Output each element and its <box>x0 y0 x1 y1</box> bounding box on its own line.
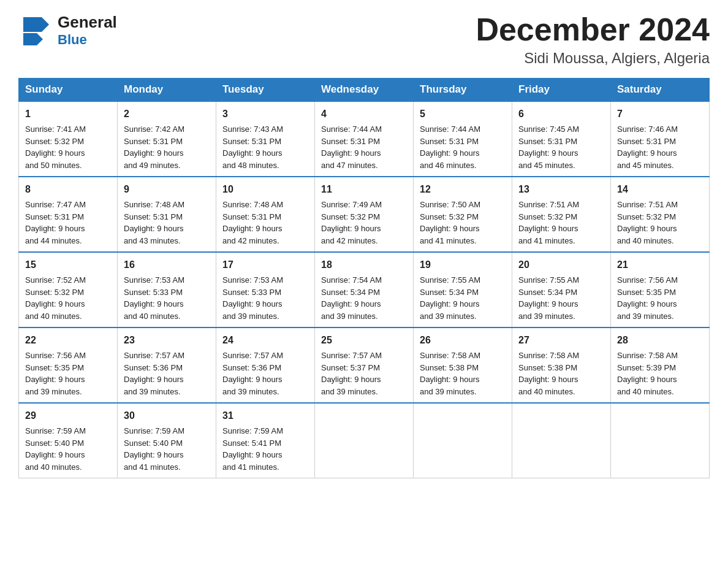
sunset-line: Sunset: 5:31 PM <box>222 212 281 221</box>
day-number: 16 <box>124 258 210 272</box>
calendar-day-cell: 10 Sunrise: 7:48 AM Sunset: 5:31 PM Dayl… <box>216 177 315 252</box>
daylight-line: Daylight: 9 hours <box>321 375 381 384</box>
calendar-day-cell: 31 Sunrise: 7:59 AM Sunset: 5:41 PM Dayl… <box>216 403 315 478</box>
daylight-line: Daylight: 9 hours <box>617 299 677 308</box>
day-number: 30 <box>124 408 210 423</box>
daylight-line-cont: and 41 minutes. <box>420 236 477 245</box>
logo-blue-text: Blue <box>58 32 117 48</box>
daylight-line: Daylight: 9 hours <box>222 299 282 308</box>
svg-marker-0 <box>23 17 49 32</box>
day-number: 5 <box>420 107 506 121</box>
sunrise-line: Sunrise: 7:51 AM <box>617 200 678 209</box>
sunset-line: Sunset: 5:38 PM <box>518 363 577 372</box>
day-number: 6 <box>518 107 604 121</box>
sunset-line: Sunset: 5:36 PM <box>222 363 281 372</box>
sunset-line: Sunset: 5:38 PM <box>420 363 479 372</box>
day-number: 18 <box>321 258 407 272</box>
sunrise-line: Sunrise: 7:48 AM <box>124 200 184 209</box>
sunset-line: Sunset: 5:31 PM <box>518 137 577 146</box>
daylight-line: Daylight: 9 hours <box>124 299 184 308</box>
daylight-line: Daylight: 9 hours <box>25 375 85 384</box>
sunrise-line: Sunrise: 7:51 AM <box>518 200 579 209</box>
sunset-line: Sunset: 5:33 PM <box>222 288 281 297</box>
sunset-line: Sunset: 5:32 PM <box>518 212 577 221</box>
day-number: 19 <box>420 258 506 272</box>
daylight-line: Daylight: 9 hours <box>222 450 282 459</box>
daylight-line-cont: and 39 minutes. <box>124 387 181 396</box>
calendar-day-cell: 19 Sunrise: 7:55 AM Sunset: 5:34 PM Dayl… <box>414 252 512 327</box>
sunrise-line: Sunrise: 7:47 AM <box>25 200 86 209</box>
daylight-line-cont: and 40 minutes. <box>124 312 181 321</box>
calendar-week-row: 22 Sunrise: 7:56 AM Sunset: 5:35 PM Dayl… <box>19 327 710 403</box>
sunset-line: Sunset: 5:31 PM <box>617 137 676 146</box>
daylight-line: Daylight: 9 hours <box>617 224 677 233</box>
sunrise-line: Sunrise: 7:55 AM <box>420 275 480 285</box>
daylight-line: Daylight: 9 hours <box>518 148 578 158</box>
daylight-line-cont: and 41 minutes. <box>518 236 575 245</box>
day-header-monday: Monday <box>118 79 216 102</box>
day-header-wednesday: Wednesday <box>315 79 414 102</box>
daylight-line-cont: and 40 minutes. <box>25 312 82 321</box>
calendar-day-cell: 17 Sunrise: 7:53 AM Sunset: 5:33 PM Dayl… <box>216 252 315 327</box>
day-number: 3 <box>222 107 308 121</box>
sunset-line: Sunset: 5:31 PM <box>321 137 380 146</box>
daylight-line-cont: and 39 minutes. <box>420 387 477 396</box>
daylight-line-cont: and 39 minutes. <box>518 312 575 321</box>
calendar-day-cell: 6 Sunrise: 7:45 AM Sunset: 5:31 PM Dayli… <box>512 101 611 177</box>
logo-text-block: General Blue <box>58 13 117 48</box>
sunrise-line: Sunrise: 7:59 AM <box>124 426 184 435</box>
daylight-line-cont: and 39 minutes. <box>25 387 82 396</box>
day-number: 24 <box>222 333 308 348</box>
daylight-line: Daylight: 9 hours <box>25 299 85 308</box>
sunset-line: Sunset: 5:36 PM <box>124 363 183 372</box>
daylight-line-cont: and 42 minutes. <box>222 236 279 245</box>
sunset-line: Sunset: 5:35 PM <box>25 363 84 372</box>
sunset-line: Sunset: 5:41 PM <box>222 439 281 448</box>
day-number: 23 <box>124 333 210 348</box>
daylight-line: Daylight: 9 hours <box>518 299 578 308</box>
day-number: 11 <box>321 182 407 197</box>
day-number: 22 <box>25 333 111 348</box>
day-header-thursday: Thursday <box>414 79 512 102</box>
sunrise-line: Sunrise: 7:53 AM <box>222 275 283 285</box>
daylight-line: Daylight: 9 hours <box>420 148 480 158</box>
day-number: 15 <box>25 258 111 272</box>
sunset-line: Sunset: 5:31 PM <box>25 212 84 221</box>
daylight-line: Daylight: 9 hours <box>124 375 184 384</box>
page-header: General Blue December 2024 Sidi Moussa, … <box>18 12 710 67</box>
sunset-line: Sunset: 5:37 PM <box>321 363 380 372</box>
calendar-day-cell: 15 Sunrise: 7:52 AM Sunset: 5:32 PM Dayl… <box>19 252 118 327</box>
calendar-day-cell: 25 Sunrise: 7:57 AM Sunset: 5:37 PM Dayl… <box>315 327 414 403</box>
calendar-day-cell: 14 Sunrise: 7:51 AM Sunset: 5:32 PM Dayl… <box>611 177 710 252</box>
daylight-line: Daylight: 9 hours <box>222 375 282 384</box>
daylight-line: Daylight: 9 hours <box>420 299 480 308</box>
daylight-line-cont: and 44 minutes. <box>25 236 82 245</box>
calendar-empty-cell <box>315 403 414 478</box>
daylight-line-cont: and 39 minutes. <box>222 387 279 396</box>
calendar-day-cell: 9 Sunrise: 7:48 AM Sunset: 5:31 PM Dayli… <box>118 177 216 252</box>
sunset-line: Sunset: 5:35 PM <box>617 288 676 297</box>
sunset-line: Sunset: 5:40 PM <box>25 439 84 448</box>
daylight-line-cont: and 39 minutes. <box>222 312 279 321</box>
day-number: 4 <box>321 107 407 121</box>
daylight-line-cont: and 47 minutes. <box>321 161 378 170</box>
day-number: 12 <box>420 182 506 197</box>
sunrise-line: Sunrise: 7:56 AM <box>25 351 86 360</box>
calendar-day-cell: 28 Sunrise: 7:58 AM Sunset: 5:39 PM Dayl… <box>611 327 710 403</box>
day-number: 31 <box>222 408 308 423</box>
calendar-week-row: 29 Sunrise: 7:59 AM Sunset: 5:40 PM Dayl… <box>19 403 710 478</box>
daylight-line-cont: and 42 minutes. <box>321 236 378 245</box>
sunrise-line: Sunrise: 7:58 AM <box>518 351 579 360</box>
day-number: 26 <box>420 333 506 348</box>
calendar-day-cell: 30 Sunrise: 7:59 AM Sunset: 5:40 PM Dayl… <box>118 403 216 478</box>
day-number: 10 <box>222 182 308 197</box>
sunset-line: Sunset: 5:32 PM <box>617 212 676 221</box>
daylight-line: Daylight: 9 hours <box>124 450 184 459</box>
daylight-line-cont: and 50 minutes. <box>25 161 82 170</box>
sunset-line: Sunset: 5:31 PM <box>124 137 183 146</box>
day-number: 25 <box>321 333 407 348</box>
daylight-line: Daylight: 9 hours <box>25 450 85 459</box>
daylight-line: Daylight: 9 hours <box>321 299 381 308</box>
daylight-line-cont: and 41 minutes. <box>124 462 181 472</box>
daylight-line: Daylight: 9 hours <box>222 224 282 233</box>
